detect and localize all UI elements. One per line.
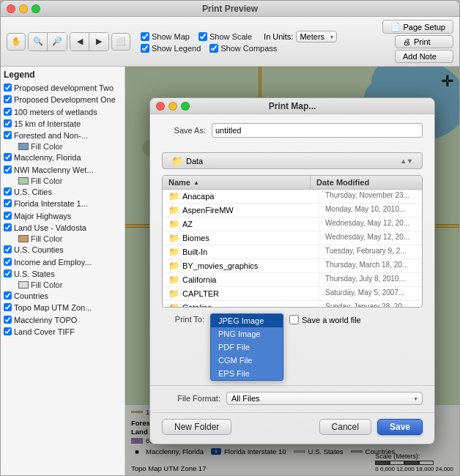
legend-sub-item: Fill Color bbox=[18, 142, 122, 151]
legend-check-9[interactable] bbox=[4, 199, 12, 207]
list-item: Macclenny TOPO bbox=[4, 315, 122, 325]
folder-item-icon: 📁 bbox=[168, 191, 179, 201]
folder-button[interactable]: 📁 Data ▲▼ bbox=[162, 152, 423, 169]
map-area[interactable]: ✛ 100 meters of wetlands 15 km of Inters… bbox=[125, 67, 459, 475]
frame-button[interactable]: ⬜ bbox=[111, 33, 130, 51]
legend-check-18[interactable] bbox=[4, 327, 12, 335]
units-select[interactable]: Meters Feet Miles bbox=[296, 31, 337, 42]
legend-check-8[interactable] bbox=[4, 187, 12, 196]
dialog-buttons: New Folder Cancel Save bbox=[150, 412, 434, 444]
file-list[interactable]: 📁Anacapa Thursday, November 23... 📁Aspen… bbox=[163, 190, 422, 307]
list-item: Florida Interstate 1... bbox=[4, 198, 122, 209]
zoom-out-button[interactable]: 🔎 bbox=[48, 33, 67, 51]
folder-icon: 📁 bbox=[171, 155, 183, 166]
save-world-check[interactable]: Save a world file bbox=[289, 315, 361, 324]
pdf-option[interactable]: PDF File bbox=[211, 341, 283, 354]
dialog-minimize-button[interactable] bbox=[168, 102, 177, 111]
list-item: Major Highways bbox=[4, 211, 122, 221]
table-row[interactable]: 📁BY_movies_graphics Thursday, March 18, … bbox=[163, 259, 422, 273]
print-button[interactable]: 🖨 Print bbox=[395, 35, 453, 48]
legend-check-4[interactable] bbox=[4, 119, 12, 127]
toolbar: ✋ 🔍 🔎 ◀ ▶ ⬜ Show Map Show Scale bbox=[1, 17, 459, 67]
file-format-select-wrap[interactable]: All Files JPEG Image PNG Image PDF File bbox=[226, 392, 423, 405]
show-map-check[interactable]: Show Map bbox=[141, 32, 190, 41]
legend-check-13[interactable] bbox=[4, 258, 12, 266]
legend-check-14[interactable] bbox=[4, 269, 12, 278]
save-as-input[interactable] bbox=[212, 123, 423, 138]
zoom-group: 🔍 🔎 bbox=[28, 32, 67, 51]
legend-check-11[interactable] bbox=[4, 223, 12, 231]
toolbar-row-2: Show Legend Show Compass bbox=[141, 44, 337, 53]
page-setup-icon: 📄 bbox=[390, 22, 401, 31]
folder-item-icon: 📁 bbox=[168, 247, 179, 257]
table-row[interactable]: 📁Anacapa Thursday, November 23... bbox=[163, 190, 422, 204]
maximize-button[interactable] bbox=[31, 4, 40, 13]
print-to-label: Print To: bbox=[162, 313, 204, 324]
page-setup-button[interactable]: 📄 Page Setup bbox=[382, 20, 454, 34]
file-browser-header: Name ▲ Date Modified bbox=[163, 176, 422, 190]
table-row[interactable]: 📁Catalina Sunday, January 28, 20... bbox=[163, 301, 422, 307]
prev-button[interactable]: ◀ bbox=[70, 33, 89, 51]
dialog-action-buttons: Cancel Save bbox=[319, 419, 423, 435]
legend-check-17[interactable] bbox=[4, 316, 12, 324]
list-item: U.S. Cities bbox=[4, 187, 122, 197]
legend-check-15[interactable] bbox=[4, 291, 12, 300]
table-row[interactable]: 📁California Thursday, July 8, 2010... bbox=[163, 273, 422, 287]
add-note-button[interactable]: Add Note bbox=[395, 50, 453, 63]
list-item: Forested and Non-... bbox=[4, 130, 122, 141]
table-row[interactable]: 📁AZ Wednesday, May 12, 20... bbox=[163, 217, 422, 231]
main-content: Legend Proposed development Two Proposed… bbox=[1, 67, 459, 475]
legend-sub-item: Fill Color bbox=[18, 280, 122, 289]
legend-check-6[interactable] bbox=[4, 153, 12, 161]
list-item: Land Use - Valdosta bbox=[4, 223, 122, 233]
table-row[interactable]: 📁AspenFireMW Monday, May 10, 2010... bbox=[163, 204, 422, 217]
jpeg-option[interactable]: JPEG Image bbox=[211, 314, 283, 327]
file-browser[interactable]: Name ▲ Date Modified 📁Anacapa Thursday, … bbox=[162, 175, 423, 308]
legend-check-2[interactable] bbox=[4, 95, 12, 103]
next-button[interactable]: ▶ bbox=[89, 33, 108, 51]
show-compass-check[interactable]: Show Compass bbox=[209, 44, 277, 53]
png-option[interactable]: PNG Image bbox=[211, 327, 283, 341]
minimize-button[interactable] bbox=[19, 4, 28, 13]
units-select-wrap[interactable]: Meters Feet Miles bbox=[296, 31, 337, 42]
folder-item-icon: 📁 bbox=[168, 233, 179, 243]
eps-option[interactable]: EPS File bbox=[211, 367, 283, 380]
print-to-dropdown[interactable]: JPEG Image PNG Image PDF File CGM File E… bbox=[210, 313, 283, 381]
legend-check-1[interactable] bbox=[4, 83, 12, 92]
legend-check-12[interactable] bbox=[4, 245, 12, 253]
file-format-select[interactable]: All Files JPEG Image PNG Image PDF File bbox=[226, 392, 423, 405]
show-scale-check[interactable]: Show Scale bbox=[199, 32, 252, 41]
save-as-label: Save As: bbox=[162, 126, 206, 135]
zoom-in-button[interactable]: 🔍 bbox=[29, 33, 48, 51]
legend-check-3[interactable] bbox=[4, 108, 12, 116]
list-item: Income and Employ... bbox=[4, 257, 122, 267]
legend-check-16[interactable] bbox=[4, 303, 12, 311]
toolbar-right: 📄 Page Setup 🖨 Print Add Note bbox=[382, 20, 454, 63]
folder-item-icon: 📁 bbox=[168, 289, 179, 299]
fill-color-swatch-1 bbox=[18, 143, 29, 150]
close-button[interactable] bbox=[7, 4, 15, 13]
name-column-header: Name ▲ bbox=[163, 176, 311, 189]
dialog-close-button[interactable] bbox=[156, 102, 165, 111]
fill-color-swatch-4 bbox=[18, 281, 29, 289]
new-folder-button[interactable]: New Folder bbox=[162, 419, 231, 435]
show-legend-check[interactable]: Show Legend bbox=[141, 44, 201, 53]
save-button[interactable]: Save bbox=[377, 419, 423, 435]
hand-tool-button[interactable]: ✋ bbox=[7, 33, 26, 51]
list-item: U.S. Counties bbox=[4, 245, 122, 255]
cgm-option[interactable]: CGM File bbox=[211, 354, 283, 367]
legend-check-5[interactable] bbox=[4, 131, 12, 139]
list-item: U.S. States bbox=[4, 269, 122, 279]
table-row[interactable]: 📁CAPLTER Saturday, May 5, 2007... bbox=[163, 287, 422, 301]
table-row[interactable]: 📁Biomes Wednesday, May 12, 20... bbox=[163, 231, 422, 245]
dialog-maximize-button[interactable] bbox=[181, 102, 190, 111]
legend-check-7[interactable] bbox=[4, 166, 12, 174]
cancel-button[interactable]: Cancel bbox=[319, 419, 371, 435]
list-item: 15 km of Interstate bbox=[4, 119, 122, 129]
dialog-body: Save As: bbox=[150, 114, 434, 152]
legend-check-10[interactable] bbox=[4, 212, 12, 220]
legend-sub-item: Fill Color bbox=[18, 234, 122, 243]
print-to-row: Print To: JPEG Image PNG Image PDF File … bbox=[150, 313, 434, 381]
table-row[interactable]: 📁Built-In Tuesday, February 9, 2... bbox=[163, 245, 422, 259]
date-column-header: Date Modified bbox=[311, 176, 413, 189]
